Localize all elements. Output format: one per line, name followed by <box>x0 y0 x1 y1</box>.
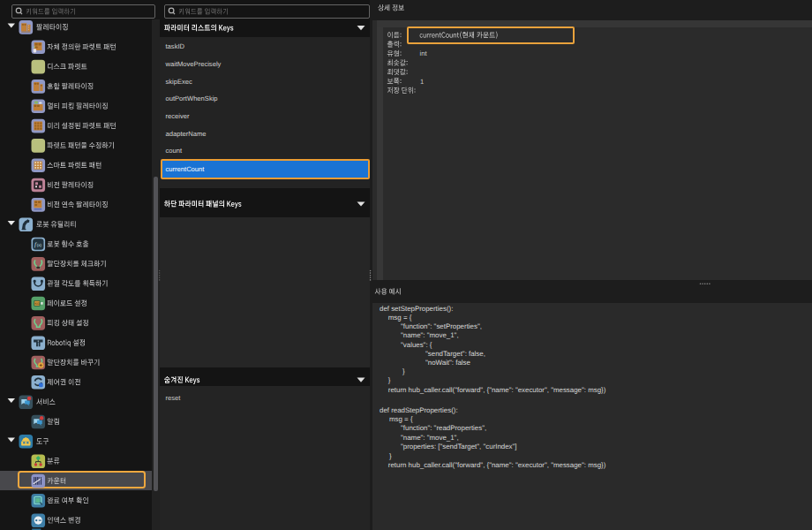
svg-text:KG: KG <box>35 302 40 306</box>
svg-text:(x): (x) <box>37 243 42 247</box>
